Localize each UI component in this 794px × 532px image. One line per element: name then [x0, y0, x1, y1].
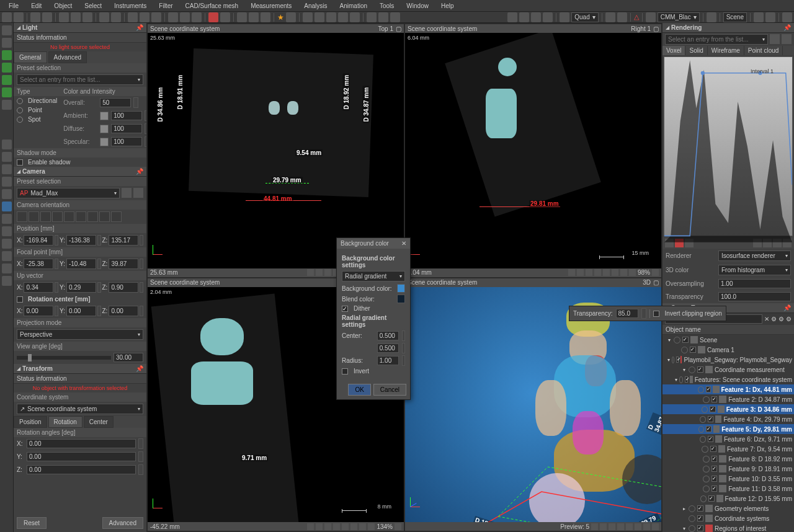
tool-icon[interactable]	[2, 140, 12, 149]
tree-checkbox[interactable]	[706, 386, 711, 392]
tree-row[interactable]: Feature 6: Dzx, 9.71 mm	[662, 434, 794, 444]
menu-object[interactable]: Object	[48, 1, 78, 11]
visibility-icon[interactable]	[689, 525, 695, 532]
tool-icon[interactable]	[2, 202, 12, 211]
align-left-icon[interactable]	[128, 12, 138, 22]
tab-position[interactable]: Position	[14, 416, 47, 428]
rot-z-input[interactable]	[27, 465, 136, 474]
tool-icon[interactable]	[350, 12, 360, 22]
spinner[interactable]	[97, 306, 101, 316]
clear-icon[interactable]: ✕	[764, 316, 769, 322]
vp-icon[interactable]	[316, 523, 323, 530]
tree-row[interactable]: Coordinate systems	[662, 513, 794, 523]
tool-icon[interactable]	[2, 189, 12, 199]
grid-icon[interactable]	[560, 12, 569, 22]
tab-advanced[interactable]: Advanced	[48, 51, 87, 63]
visibility-icon[interactable]	[700, 436, 706, 443]
region-icon[interactable]	[2, 75, 12, 85]
camera-preset-combo[interactable]: APMad_Max▾	[17, 188, 120, 198]
view-icon[interactable]	[76, 211, 86, 222]
tree-row[interactable]: Feature 8: D 18.92 mm	[662, 454, 794, 464]
blend-color-swatch[interactable]	[397, 295, 405, 303]
menu-cad[interactable]: CAD/Surface mesh	[179, 1, 245, 11]
visibility-icon[interactable]	[698, 386, 704, 393]
tree-row[interactable]: ▾Playmobil_Segway: Playmobil_Segway	[662, 355, 794, 365]
renderer-combo[interactable]: Isosurface renderer▾	[718, 250, 791, 261]
tab-solid[interactable]: Solid	[685, 46, 707, 55]
vp-icon[interactable]	[635, 523, 641, 530]
tree-row[interactable]: Feature 12: D 15.95 mm	[662, 494, 794, 503]
center-y-input[interactable]	[377, 344, 399, 353]
pos-x-input[interactable]	[24, 235, 53, 246]
vp-icon[interactable]	[600, 523, 607, 530]
tree-row[interactable]: ▾Features: Scene coordinate system	[662, 375, 794, 384]
up-x-input[interactable]	[24, 282, 53, 293]
tree-checkbox[interactable]	[685, 376, 688, 383]
color-combo[interactable]: From histogram▾	[718, 265, 791, 275]
vp-icon[interactable]	[620, 269, 627, 276]
vp-icon[interactable]	[629, 269, 636, 276]
ambient-input[interactable]	[111, 111, 142, 120]
vp-icon[interactable]	[626, 523, 633, 530]
spinner[interactable]	[55, 259, 58, 269]
tree-row[interactable]: Camera 1	[662, 345, 794, 355]
dither-checkbox[interactable]	[342, 306, 348, 312]
profile-combo[interactable]: CMM_Blac▾	[658, 12, 700, 22]
tool-icon[interactable]	[605, 12, 615, 22]
spinner[interactable]	[55, 282, 58, 293]
redo-icon[interactable]	[42, 12, 52, 22]
ambient-swatch[interactable]	[100, 112, 109, 120]
visibility-icon[interactable]	[702, 446, 708, 453]
tool-icon[interactable]	[754, 12, 764, 22]
visibility-icon[interactable]	[703, 456, 710, 463]
tree-row[interactable]: ▾Regions of interest	[662, 523, 794, 532]
transform-panel-header[interactable]: ◢Transform📌	[14, 364, 146, 374]
invert-checkbox[interactable]	[342, 368, 348, 375]
spinner[interactable]	[140, 235, 143, 246]
specular-swatch[interactable]	[100, 138, 109, 146]
expand-icon[interactable]: ▾	[681, 367, 687, 373]
pos-z-input[interactable]	[109, 235, 138, 246]
enable-shadow-checkbox[interactable]	[17, 159, 23, 166]
diffuse-input[interactable]	[111, 124, 142, 133]
menu-select[interactable]: Select	[78, 1, 108, 11]
center-x-input[interactable]	[377, 331, 399, 340]
spinner[interactable]	[97, 235, 101, 246]
menu-tools[interactable]: Tools	[373, 1, 400, 11]
tool-icon[interactable]	[249, 12, 259, 22]
tool-icon[interactable]	[707, 12, 716, 22]
tab-rotation[interactable]: Rotation	[48, 416, 83, 428]
expand-icon[interactable]: ▾	[675, 377, 677, 383]
radio-directional[interactable]	[17, 98, 23, 104]
tree-checkbox[interactable]	[676, 357, 679, 363]
diffuse-swatch[interactable]	[100, 125, 109, 133]
rotation-center-checkbox[interactable]	[17, 296, 23, 303]
tool-icon[interactable]	[765, 12, 775, 22]
menu-instruments[interactable]: Instruments	[108, 1, 153, 11]
tree-checkbox[interactable]	[711, 396, 718, 402]
vp-icon[interactable]	[342, 523, 349, 530]
rendering-panel-header[interactable]: ◢Rendering📌	[662, 23, 794, 33]
tab-voxel[interactable]: Voxel	[662, 46, 685, 55]
pointer-icon[interactable]	[2, 25, 12, 35]
camera-panel-header[interactable]: ◢Camera📌	[14, 167, 146, 177]
delete-icon[interactable]	[782, 34, 792, 44]
light-preset-combo[interactable]: Select an entry from the list...▾	[17, 74, 143, 85]
spinner[interactable]	[402, 343, 405, 353]
visibility-icon[interactable]	[689, 366, 695, 373]
overall-input[interactable]	[100, 98, 131, 107]
maximize-icon[interactable]: ▢	[653, 25, 659, 32]
region-icon[interactable]	[2, 87, 12, 97]
layout-combo[interactable]: Quad▾	[571, 12, 598, 22]
tree-checkbox[interactable]	[711, 456, 718, 462]
vp-icon[interactable]	[350, 523, 357, 530]
projection-combo[interactable]: Perspective▾	[17, 329, 143, 340]
tool-icon[interactable]	[180, 12, 190, 22]
visibility-icon[interactable]	[703, 466, 710, 472]
menu-measurements[interactable]: Measurements	[244, 1, 298, 11]
tree-checkbox[interactable]	[711, 485, 718, 492]
reset-button[interactable]: Reset	[17, 517, 47, 529]
tab-general[interactable]: General	[14, 51, 47, 63]
tool-icon[interactable]	[326, 12, 336, 22]
tool-icon[interactable]	[111, 12, 121, 22]
